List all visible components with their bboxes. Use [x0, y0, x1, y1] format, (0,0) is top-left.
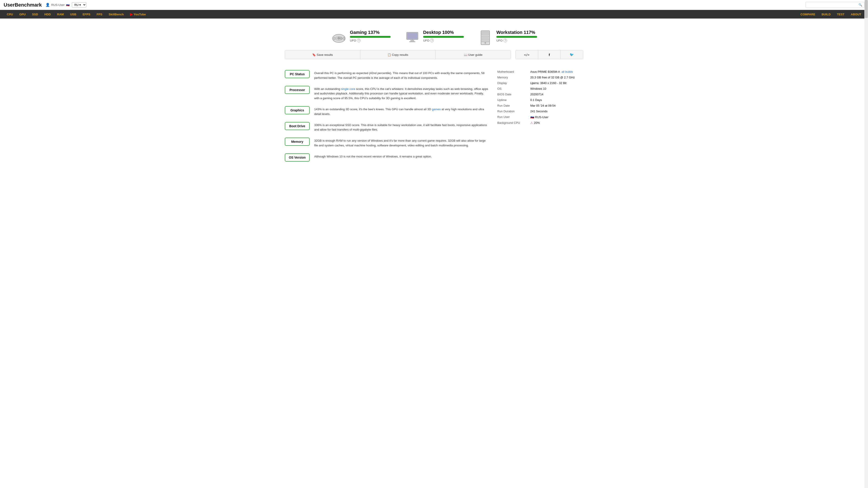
svg-rect-13 — [409, 41, 415, 42]
save-results-button[interactable]: 🔖 Save results — [285, 51, 360, 59]
workstation-score-card: Workstation 117% UFO ? — [477, 30, 537, 46]
desktop-title: Desktop 100% — [423, 30, 464, 35]
action-buttons-left: 🔖 Save results 📋 Copy results 📖 User gui… — [285, 50, 511, 59]
nav-build[interactable]: BUILD — [818, 10, 834, 19]
nav-bar: CPU GPU SSD HDD RAM USB EFPS FPS SkillBe… — [0, 10, 868, 19]
sysinfo-motherboard-value: Asus PRIME B365M-A all builds — [530, 70, 573, 73]
sysinfo-display: Display Цвета: 3840 x 2160 - 32 Bit — [497, 81, 583, 85]
sysinfo-motherboard: Motherboard Asus PRIME B365M-A all build… — [497, 70, 583, 73]
embed-button[interactable]: </> — [516, 51, 538, 59]
sysinfo-runduration: Run Duration 241 Seconds — [497, 109, 583, 113]
games-link[interactable]: games — [432, 107, 441, 111]
top-bar: UserBenchmark 👤 RUS-User 🇷🇺 RU ▾ EN 🔍 — [0, 0, 868, 10]
user-guide-button[interactable]: 📖 User guide — [436, 51, 510, 59]
sysinfo-os-label: OS — [497, 87, 527, 90]
sysinfo-rundate-label: Run Date — [497, 104, 527, 107]
gaming-help-icon[interactable]: ? — [357, 39, 361, 42]
twitter-button[interactable]: 🐦 — [561, 51, 583, 59]
flag-icon: 🇷🇺 — [66, 3, 70, 6]
youtube-icon: ▶ — [130, 12, 133, 17]
svg-point-14 — [412, 39, 412, 40]
nav-efps[interactable]: EFPS — [80, 10, 94, 19]
search-input[interactable] — [806, 2, 857, 8]
nav-cpu[interactable]: CPU — [4, 10, 16, 19]
action-buttons-right: </> f 🐦 — [515, 50, 583, 59]
nav-usb[interactable]: USB — [67, 10, 79, 19]
sysinfo-rundate-value: Mar 05 '24 at 09:54 — [530, 104, 556, 107]
nav-test[interactable]: TEST — [834, 10, 848, 19]
svg-rect-16 — [482, 32, 489, 35]
sysinfo-table: Motherboard Asus PRIME B365M-A all build… — [497, 70, 583, 125]
single-core-link[interactable]: single core — [341, 87, 355, 91]
workstation-bar — [496, 36, 537, 38]
desktop-help-icon[interactable]: ? — [430, 39, 434, 42]
search-button[interactable]: 🔍 — [857, 2, 864, 8]
sysinfo-uptime-value: 0.1 Days — [530, 98, 542, 102]
pc-status-badge[interactable]: PC Status — [285, 70, 310, 78]
svg-rect-18 — [482, 38, 489, 40]
workstation-score-info: Workstation 117% UFO ? — [496, 30, 537, 42]
workstation-ufo: UFO ? — [496, 39, 537, 42]
facebook-button[interactable]: f — [538, 51, 561, 59]
sysinfo-runduration-label: Run Duration — [497, 109, 527, 113]
sysinfo-runuser-value: 🇷🇺RUS-User — [530, 115, 548, 119]
sysinfo-bgcpu-label: Background CPU — [497, 121, 527, 125]
sysinfo-panel: Motherboard Asus PRIME B365M-A all build… — [497, 70, 583, 167]
main-content: Gaming 137% UFO ? Desktop 100% — [276, 19, 592, 171]
nav-skillbench[interactable]: SkillBench — [105, 10, 127, 19]
two-col-layout: PC Status Overall this PC is performing … — [285, 70, 583, 167]
workstation-help-icon[interactable]: ? — [503, 39, 507, 42]
sysinfo-display-value: Цвета: 3840 x 2160 - 32 Bit — [530, 81, 566, 85]
sysinfo-runuser: Run User 🇷🇺RUS-User — [497, 115, 583, 119]
sysinfo-memory-value: 20.3 GB free of 32 GB @ 2.7 GHz — [530, 76, 575, 79]
memory-badge[interactable]: Memory — [285, 138, 310, 146]
sysinfo-bgcpu: Background CPU ⚠20% — [497, 121, 583, 125]
sysinfo-memory-label: Memory — [497, 76, 527, 79]
nav-gpu[interactable]: GPU — [16, 10, 29, 19]
sysinfo-bgcpu-value: ⚠20% — [530, 121, 540, 125]
svg-rect-9 — [343, 37, 345, 40]
copy-results-button[interactable]: 📋 Copy results — [360, 51, 436, 59]
svg-rect-11 — [407, 33, 417, 39]
desktop-ufo: UFO ? — [423, 39, 464, 42]
nav-ram[interactable]: RAM — [54, 10, 67, 19]
graphics-badge[interactable]: Graphics — [285, 106, 310, 114]
boot-drive-badge[interactable]: Boot Drive — [285, 122, 310, 130]
processor-text: With an outstanding single core score, t… — [314, 86, 488, 101]
pc-status-text: Overall this PC is performing as expecte… — [314, 70, 488, 80]
workstation-icon — [477, 30, 493, 46]
nav-about[interactable]: ABOUT — [848, 10, 864, 19]
os-version-item: OS Version Although Windows 10 is not th… — [285, 153, 488, 162]
sysinfo-os: OS Windows 10 — [497, 87, 583, 90]
svg-rect-17 — [482, 36, 489, 37]
all-builds-link[interactable]: all builds — [561, 70, 573, 73]
os-version-text: Although Windows 10 is not the most rece… — [314, 153, 432, 159]
search-bar: 🔍 — [806, 2, 864, 8]
gaming-score-info: Gaming 137% UFO ? — [350, 30, 391, 42]
user-icon: 👤 — [45, 3, 50, 7]
memory-text: 32GB is enough RAM to run any version of… — [314, 138, 488, 148]
svg-rect-19 — [482, 41, 489, 42]
processor-badge[interactable]: Processor — [285, 86, 310, 94]
scrollbar-track — [864, 0, 868, 171]
gaming-bar — [350, 36, 391, 38]
language-select[interactable]: RU ▾ EN — [72, 2, 86, 7]
nav-compare[interactable]: COMPARE — [797, 10, 818, 19]
gaming-score-card: Gaming 137% UFO ? — [331, 30, 391, 46]
nav-youtube[interactable]: ▶YouTube — [127, 10, 149, 19]
status-list: PC Status Overall this PC is performing … — [285, 70, 488, 167]
svg-rect-3 — [338, 36, 339, 39]
pc-status-item: PC Status Overall this PC is performing … — [285, 70, 488, 80]
actions-row: 🔖 Save results 📋 Copy results 📖 User gui… — [285, 50, 583, 65]
desktop-bar — [423, 36, 464, 38]
score-cards: Gaming 137% UFO ? Desktop 100% — [285, 23, 583, 50]
boot-drive-item: Boot Drive 336% is an exceptional SSD sc… — [285, 122, 488, 132]
scrollbar-thumb[interactable] — [865, 0, 868, 18]
os-version-badge[interactable]: OS Version — [285, 153, 310, 162]
desktop-score-info: Desktop 100% UFO ? — [423, 30, 464, 42]
sysinfo-rundate: Run Date Mar 05 '24 at 09:54 — [497, 104, 583, 107]
sysinfo-bios-label: BIOS Date — [497, 93, 527, 96]
nav-ssd[interactable]: SSD — [29, 10, 41, 19]
nav-hdd[interactable]: HDD — [41, 10, 54, 19]
nav-fps[interactable]: FPS — [94, 10, 105, 19]
